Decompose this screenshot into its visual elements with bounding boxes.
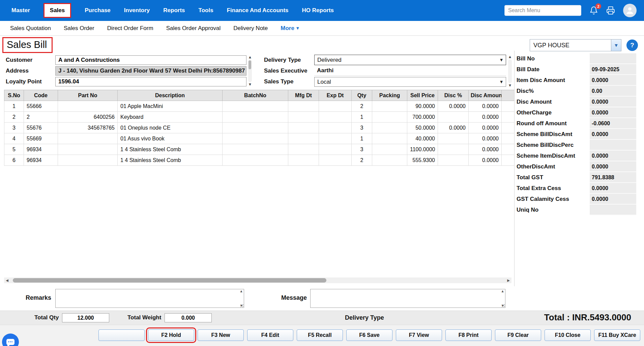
cell-blank[interactable] (502, 144, 514, 155)
cell-blank[interactable] (502, 112, 514, 123)
scroll-right-icon[interactable]: ▶ (505, 278, 511, 282)
cell-blank[interactable] (502, 155, 514, 166)
delivery-type-select[interactable]: Delivered ▼ (314, 55, 506, 65)
nav-item-ho-reports[interactable]: HO Reports (302, 7, 334, 14)
cell-code[interactable]: 96934 (24, 155, 58, 166)
cell-code[interactable]: 96934 (24, 144, 58, 155)
scroll-up-icon[interactable]: ▲ (509, 55, 511, 59)
cell-description[interactable]: 1 4 Stainless Steel Comb (118, 144, 223, 155)
f5-recall-button[interactable]: F5 Recall (297, 329, 343, 341)
address-field[interactable]: J - 140, Vishnu Garden 2nd Floor Ward 57… (55, 66, 246, 76)
remarks-textarea[interactable] (56, 289, 244, 308)
cell-sell-price[interactable]: 50.0000 (407, 123, 438, 133)
cell-sell-price[interactable]: 555.9300 (407, 155, 438, 166)
blank-button[interactable] (98, 329, 145, 341)
cell-exp-dt[interactable] (319, 155, 352, 166)
sales-executive-field[interactable]: Aarthi (314, 65, 506, 76)
cell-part-no[interactable]: 6400256 (58, 112, 118, 123)
cell-s-no[interactable]: 6 (4, 155, 24, 166)
cell-packing[interactable] (372, 155, 407, 166)
help-button[interactable]: ? (626, 39, 638, 51)
cell-disc[interactable]: 0.0000 (438, 123, 469, 133)
cell-part-no[interactable]: 345678765 (58, 123, 118, 133)
cell-part-no[interactable] (58, 155, 118, 166)
subnav-item-sales-order-approval[interactable]: Sales Order Approval (166, 25, 221, 32)
cell-packing[interactable] (372, 123, 407, 133)
cell-packing[interactable] (372, 101, 407, 112)
cell-exp-dt[interactable] (319, 123, 352, 133)
cell-mfg-dt[interactable] (288, 144, 319, 155)
cell-code[interactable]: 55669 (24, 133, 58, 144)
f11-buy-xcare-button[interactable]: F11 Buy XCare (594, 329, 640, 341)
cell-mfg-dt[interactable] (288, 133, 319, 144)
user-avatar[interactable] (623, 4, 637, 17)
nav-item-sales[interactable]: Sales (43, 3, 71, 18)
cell-part-no[interactable] (58, 101, 118, 112)
cell-sell-price[interactable]: 700.0000 (407, 112, 438, 123)
f8-print-button[interactable]: F8 Print (445, 329, 492, 341)
nav-item-inventory[interactable]: Inventory (124, 7, 150, 14)
scrollbar-thumb[interactable] (13, 278, 326, 283)
scroll-up-icon[interactable]: ▲ (249, 55, 251, 59)
nav-item-reports[interactable]: Reports (163, 7, 185, 14)
f10-close-button[interactable]: F10 Close (545, 329, 591, 341)
cell-description[interactable]: 01 Apple MacMini (118, 101, 223, 112)
cell-packing[interactable] (372, 144, 407, 155)
cell-description[interactable]: Keyboard (118, 112, 223, 123)
cell-batchno[interactable] (223, 101, 288, 112)
cell-exp-dt[interactable] (319, 101, 352, 112)
cell-sell-price[interactable]: 90.0000 (407, 101, 438, 112)
scroll-left-icon[interactable]: ◀ (4, 278, 10, 282)
subnav-item-delivery-note[interactable]: Delivery Note (233, 25, 268, 32)
cell-exp-dt[interactable] (319, 112, 352, 123)
cell-disc[interactable] (438, 155, 469, 166)
print-button[interactable] (606, 6, 615, 15)
nav-item-finance-and-accounts[interactable]: Finance And Accounts (227, 7, 289, 14)
scroll-down-icon[interactable]: ▼ (249, 83, 251, 86)
cell-disc[interactable] (438, 144, 469, 155)
f3-new-button[interactable]: F3 New (198, 329, 244, 341)
cell-packing[interactable] (372, 133, 407, 144)
cell-disc[interactable]: 0.0000 (438, 101, 469, 112)
nav-item-tools[interactable]: Tools (199, 7, 213, 14)
subnav-item-direct-order-form[interactable]: Direct Order Form (107, 25, 153, 32)
cell-qty[interactable]: 3 (352, 123, 372, 133)
cell-disc[interactable] (438, 112, 469, 123)
cell-qty[interactable]: 3 (352, 144, 372, 155)
subnav-item-sales-quotation[interactable]: Sales Quotation (10, 25, 51, 32)
customer-section-scrollbar[interactable]: ▲ ▼ (247, 55, 253, 86)
cell-s-no[interactable]: 2 (4, 112, 24, 123)
nav-item-purchase[interactable]: Purchase (85, 7, 111, 14)
sales-type-select[interactable]: Local ▼ (314, 77, 506, 87)
notifications-button[interactable]: 2 (589, 6, 598, 15)
cell-batchno[interactable] (223, 112, 288, 123)
cell-sell-price[interactable]: 1100.0000 (407, 144, 438, 155)
cell-batchno[interactable] (223, 133, 288, 144)
scrollbar-thumb[interactable] (248, 60, 251, 69)
f2-hold-button[interactable]: F2 Hold (148, 329, 194, 341)
cell-code[interactable]: 55666 (24, 101, 58, 112)
cell-description[interactable]: 01 Oneplus node CE (118, 123, 223, 133)
customer-input[interactable] (55, 55, 246, 65)
cell-disc-amount[interactable]: 0.0000 (469, 133, 502, 144)
cell-packing[interactable] (372, 112, 407, 123)
store-selector[interactable]: VGP HOUSE ▼ (530, 39, 621, 51)
cell-blank[interactable] (502, 133, 514, 144)
cell-s-no[interactable]: 4 (4, 133, 24, 144)
subnav-item-more[interactable]: More ▼ (281, 25, 299, 32)
subnav-item-sales-order[interactable]: Sales Order (64, 25, 94, 32)
cell-exp-dt[interactable] (319, 144, 352, 155)
cell-s-no[interactable]: 1 (4, 101, 24, 112)
cell-batchno[interactable] (223, 123, 288, 133)
f6-save-button[interactable]: F6 Save (346, 329, 392, 341)
cell-exp-dt[interactable] (319, 133, 352, 144)
cell-qty[interactable]: 1 (352, 112, 372, 123)
cell-code[interactable]: 55676 (24, 123, 58, 133)
scroll-down-icon[interactable]: ▼ (509, 84, 511, 87)
cell-disc-amount[interactable]: 0.0000 (469, 112, 502, 123)
cell-s-no[interactable]: 3 (4, 123, 24, 133)
form-section-scrollbar[interactable]: ▲ ▼ (507, 55, 513, 87)
loyalty-point-input[interactable] (55, 77, 246, 86)
cell-description[interactable]: 1 4 Stainless Steel Comb (118, 155, 223, 166)
cell-disc-amount[interactable]: 0.0000 (469, 123, 502, 133)
